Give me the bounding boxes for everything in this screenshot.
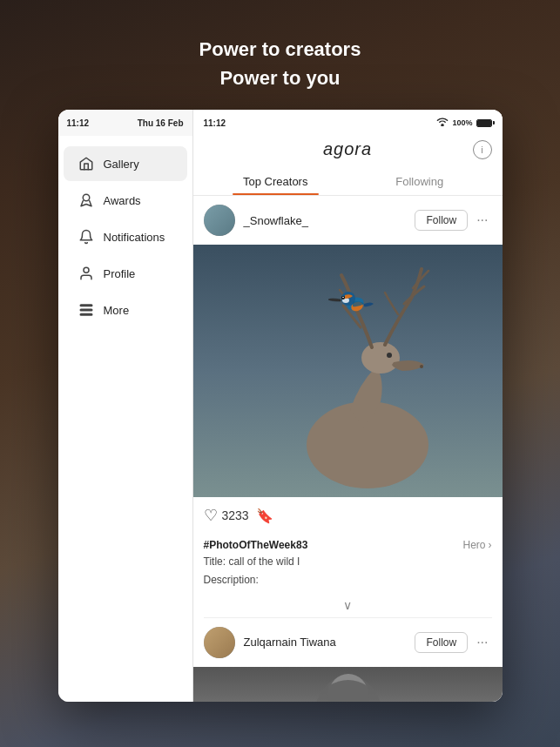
post-image-1: [193, 245, 503, 497]
user-icon: [78, 265, 95, 282]
post-actions-1: ♡ 3233 🔖: [193, 497, 503, 534]
status-bar: 11:12 Thu 16 Feb: [58, 110, 192, 136]
follow-button-2[interactable]: Follow: [415, 632, 468, 653]
avatar-2: [204, 627, 235, 658]
tab-top-creators[interactable]: Top Creators: [204, 168, 348, 195]
status-date: Thu 16 Feb: [138, 118, 184, 128]
avatar-1: [204, 205, 235, 236]
sidebar-item-profile[interactable]: Profile: [64, 256, 187, 291]
battery-icon: [476, 119, 492, 127]
profile-label: Profile: [104, 267, 136, 280]
heart-icon[interactable]: ♡: [204, 506, 218, 525]
chevron-right-icon: ›: [489, 539, 492, 551]
info-icon[interactable]: i: [473, 140, 492, 159]
svg-point-0: [83, 194, 90, 201]
like-count-1: ♡ 3233: [204, 506, 249, 525]
more-options-2[interactable]: ···: [473, 631, 491, 654]
main-status-bar: 11:12 100%: [193, 110, 503, 136]
creator-name-2: Zulqarnain Tiwana: [244, 636, 415, 649]
svg-point-15: [342, 297, 344, 299]
more-options-1[interactable]: ···: [473, 209, 491, 232]
header-line2: Power to you: [219, 67, 340, 89]
post-meta-1: #PhotoOfTheWeek83 Hero › Title: call of …: [193, 534, 503, 593]
nav-items: Gallery Awards Notific: [58, 136, 192, 329]
svg-rect-3: [80, 309, 92, 311]
notifications-label: Notifications: [104, 231, 165, 244]
home-icon: [78, 155, 95, 172]
app-title: agora: [323, 139, 372, 159]
sidebar-item-awards[interactable]: Awards: [64, 183, 187, 218]
status-time: 11:12: [67, 118, 90, 128]
creator-row-2: Zulqarnain Tiwana Follow ···: [193, 618, 503, 667]
likes-number: 3233: [222, 508, 249, 522]
more-label: More: [104, 304, 130, 317]
hero-tag[interactable]: Hero ›: [462, 539, 491, 551]
sidebar-item-gallery[interactable]: Gallery: [64, 146, 187, 181]
svg-rect-2: [80, 305, 92, 306]
more-icon: [78, 301, 95, 319]
app-header: 11:12 100% agora: [193, 110, 503, 196]
feed: _Snowflake_ Follow ···: [193, 196, 503, 702]
svg-point-8: [387, 353, 392, 358]
status-icons: 100%: [436, 118, 491, 128]
main-content: 11:12 100% agora: [193, 110, 503, 702]
header-line1: Power to creators: [199, 38, 361, 60]
wifi-icon: [436, 118, 449, 128]
battery-percentage: 100%: [452, 118, 472, 127]
post-desc-label: Description:: [204, 573, 492, 588]
bookmark-icon-1[interactable]: 🔖: [256, 508, 273, 524]
svg-point-9: [420, 365, 423, 368]
svg-point-1: [84, 267, 89, 273]
awards-label: Awards: [104, 194, 141, 207]
tab-following[interactable]: Following: [347, 168, 492, 195]
post-title: Title: call of the wild I: [204, 555, 492, 569]
hashtag-row: #PhotoOfTheWeek83 Hero ›: [204, 539, 492, 551]
expand-button-1[interactable]: ∨: [193, 593, 503, 617]
tabs-row: Top Creators Following: [204, 168, 492, 195]
gallery-label: Gallery: [104, 158, 139, 171]
sidebar-item-notifications[interactable]: Notifications: [64, 219, 187, 254]
creator-row-1: _Snowflake_ Follow ···: [193, 196, 503, 245]
award-icon: [78, 192, 95, 209]
svg-rect-4: [80, 314, 92, 316]
chevron-down-icon: ∨: [343, 598, 352, 612]
svg-point-7: [361, 342, 400, 374]
app-title-row: agora i: [204, 136, 492, 163]
hashtag-1: #PhotoOfTheWeek83: [204, 539, 308, 551]
post-image-2: [193, 667, 503, 702]
main-time: 11:12: [204, 118, 226, 128]
sidebar-item-more[interactable]: More: [64, 293, 187, 327]
marketing-header: Power to creators Power to you: [199, 35, 361, 92]
device-frame: 11:12 Thu 16 Feb Gallery: [58, 110, 503, 702]
bell-icon: [78, 228, 95, 246]
follow-button-1[interactable]: Follow: [415, 210, 468, 231]
sidebar: 11:12 Thu 16 Feb Gallery: [58, 110, 193, 702]
creator-name-1: _Snowflake_: [244, 214, 415, 227]
